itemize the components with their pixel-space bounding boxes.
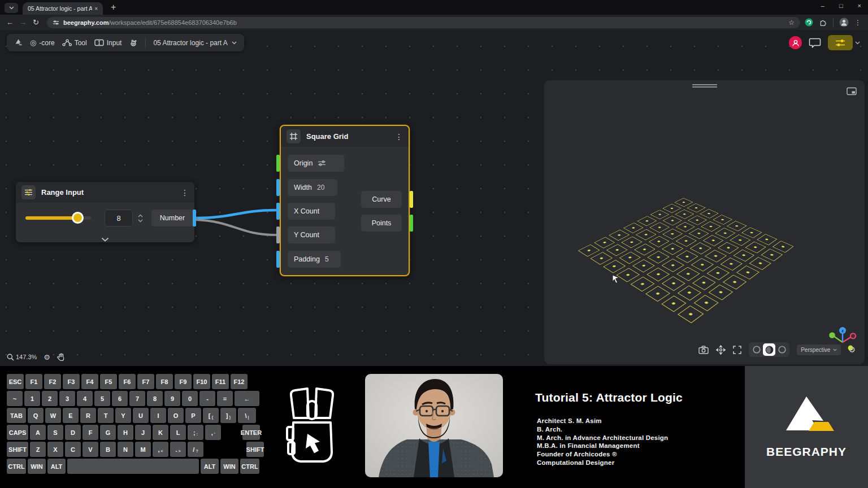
key-z[interactable]: Z <box>30 442 46 457</box>
profile-avatar[interactable] <box>839 18 849 27</box>
key-6[interactable]: 6 <box>112 391 128 406</box>
menu-item-tool[interactable]: Tool <box>62 39 87 47</box>
key-f8[interactable]: F8 <box>156 374 173 389</box>
key-7[interactable]: 7 <box>129 391 145 406</box>
output-curve[interactable]: Curve <box>361 191 402 208</box>
input-x-count[interactable]: X Count <box>288 203 335 220</box>
input-value[interactable]: 20 <box>317 184 324 191</box>
input-width[interactable]: Width 20 <box>288 179 337 196</box>
key-alt-right[interactable]: ALT <box>201 459 219 474</box>
key-3[interactable]: 3 <box>59 391 75 406</box>
key-r[interactable]: R <box>80 408 96 423</box>
key-j[interactable]: J <box>135 425 151 440</box>
node-menu-icon[interactable]: ⋮ <box>395 132 403 141</box>
key-ctrl-left[interactable]: CTRL <box>7 459 26 474</box>
key-f2[interactable]: F2 <box>44 374 61 389</box>
menu-item-input[interactable]: Input <box>94 39 122 47</box>
origin-settings-icon[interactable] <box>318 160 326 167</box>
key-f5[interactable]: F5 <box>100 374 117 389</box>
address-bar[interactable]: beegraphy.com/workspace/edit/675e68854e6… <box>47 17 800 28</box>
key-minus[interactable]: - <box>199 391 215 406</box>
key-shift-right[interactable]: SHIFT <box>246 442 264 457</box>
node-square-grid[interactable]: Square Grid ⋮ Origin Width 20 X Count Y … <box>280 125 410 276</box>
port-x-count[interactable] <box>276 203 280 220</box>
key-b[interactable]: B <box>100 442 116 457</box>
key-backslash[interactable]: \| <box>238 408 256 423</box>
display-mode-shaded[interactable] <box>763 343 775 356</box>
key-tilde[interactable]: ~ <box>7 391 23 406</box>
key-1[interactable]: 1 <box>24 391 40 406</box>
key-f1[interactable]: F1 <box>25 374 42 389</box>
reload-button[interactable]: ↻ <box>29 18 42 27</box>
key-d[interactable]: D <box>65 425 81 440</box>
stepper-up-icon[interactable] <box>138 214 143 217</box>
viewport-drag-handle[interactable] <box>692 84 717 88</box>
key-f7[interactable]: F7 <box>137 374 154 389</box>
file-name-dropdown[interactable]: 05 Attractor logic - part A <box>153 39 236 47</box>
extensions-puzzle-icon[interactable] <box>819 18 827 27</box>
key-f3[interactable]: F3 <box>63 374 80 389</box>
key-i[interactable]: I <box>150 408 166 423</box>
back-button[interactable]: ← <box>3 18 16 27</box>
viewport-settings-icon[interactable]: ⚙ <box>848 346 856 354</box>
range-value-input[interactable]: 8 <box>105 210 133 226</box>
key-enter[interactable]: ENTER <box>242 425 260 440</box>
key-q[interactable]: Q <box>28 408 44 423</box>
projection-select[interactable]: Perspective <box>797 345 841 355</box>
key-m[interactable]: M <box>135 442 151 457</box>
forward-button[interactable]: → <box>16 18 29 27</box>
share-settings-button[interactable] <box>828 35 853 50</box>
bee-icon[interactable] <box>129 39 138 47</box>
key-8[interactable]: 8 <box>147 391 163 406</box>
key-f4[interactable]: F4 <box>81 374 98 389</box>
key-caps[interactable]: CAPS <box>7 425 28 440</box>
key-a[interactable]: A <box>30 425 46 440</box>
3d-viewport[interactable]: z Perspective ⚙ <box>544 80 865 364</box>
key-bracket-close[interactable]: ]} <box>220 408 236 423</box>
node-header[interactable]: Range Input ⋮ <box>16 182 194 203</box>
key-c[interactable]: C <box>65 442 81 457</box>
key-bracket-open[interactable]: [{ <box>203 408 219 423</box>
display-mode-wireframe[interactable] <box>750 343 763 356</box>
key-9[interactable]: 9 <box>164 391 180 406</box>
browser-tab[interactable]: 05 Attractor logic - part A × <box>23 2 103 15</box>
key-v[interactable]: V <box>83 442 98 457</box>
key-shift-left[interactable]: SHIFT <box>7 442 28 457</box>
comments-icon[interactable] <box>809 37 821 49</box>
new-tab-button[interactable]: + <box>111 2 116 12</box>
key-win-right[interactable]: WIN <box>220 459 238 474</box>
key-x[interactable]: X <box>47 442 63 457</box>
node-expand-chevron[interactable] <box>101 237 109 242</box>
key-esc[interactable]: ESC <box>7 374 24 389</box>
window-close-button[interactable]: × <box>858 2 861 9</box>
key-5[interactable]: 5 <box>94 391 110 406</box>
port-padding[interactable] <box>276 251 280 268</box>
key-w[interactable]: W <box>45 408 61 423</box>
menu-item-core[interactable]: ◎ -core <box>30 39 55 47</box>
key-f12[interactable]: F12 <box>231 374 248 389</box>
key-h[interactable]: H <box>118 425 133 440</box>
port-curve[interactable] <box>410 191 413 208</box>
value-stepper[interactable] <box>134 210 146 226</box>
key-f11[interactable]: F11 <box>212 374 229 389</box>
key-f6[interactable]: F6 <box>119 374 136 389</box>
node-menu-icon[interactable]: ⋮ <box>181 188 189 197</box>
port-y-count[interactable] <box>276 226 280 243</box>
key-f10[interactable]: F10 <box>193 374 210 389</box>
key-2[interactable]: 2 <box>42 391 58 406</box>
key-s[interactable]: S <box>47 425 63 440</box>
window-maximize-button[interactable]: □ <box>839 2 843 9</box>
key-tab[interactable]: TAB <box>7 408 26 423</box>
key-f[interactable]: F <box>83 425 98 440</box>
key-equals[interactable]: = <box>217 391 233 406</box>
key-backspace[interactable]: ← <box>235 391 259 406</box>
extension-icon-green[interactable] <box>805 18 813 27</box>
key-k[interactable]: K <box>153 425 168 440</box>
node-canvas[interactable]: ◎ -core Tool Input 05 Attractor logic - … <box>0 30 868 366</box>
key-e[interactable]: E <box>63 408 79 423</box>
key-ctrl-right[interactable]: CTRL <box>240 459 259 474</box>
zoom-level[interactable]: 147.3% <box>7 354 37 361</box>
fullscreen-icon[interactable] <box>733 346 741 354</box>
input-value[interactable]: 5 <box>325 255 329 263</box>
input-y-count[interactable]: Y Count <box>288 226 335 243</box>
